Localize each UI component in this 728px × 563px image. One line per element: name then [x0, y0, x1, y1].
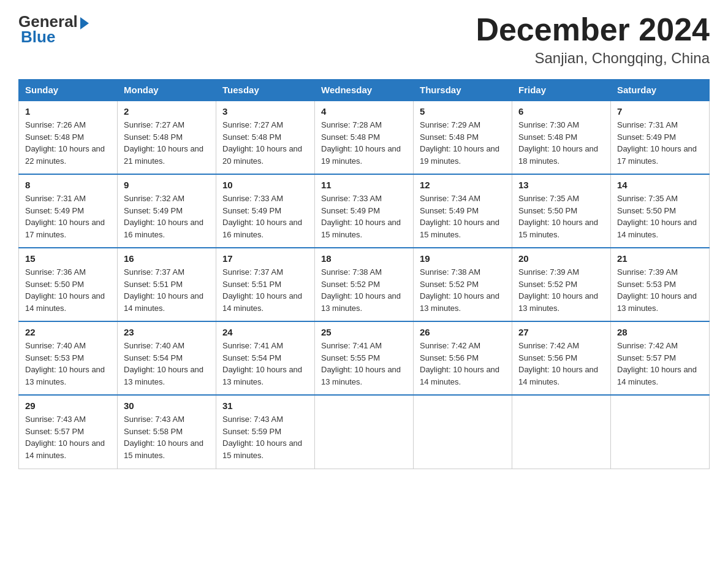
day-number: 28	[617, 327, 703, 337]
calendar-cell: 28 Sunrise: 7:42 AM Sunset: 5:57 PM Dayl…	[611, 321, 710, 395]
calendar-cell: 30 Sunrise: 7:43 AM Sunset: 5:58 PM Dayl…	[118, 395, 216, 469]
day-number: 18	[321, 253, 407, 264]
logo: General Blue	[18, 12, 89, 47]
title-area: December 2024 Sanjian, Chongqing, China	[476, 12, 710, 67]
column-header-monday: Monday	[118, 80, 216, 101]
day-number: 4	[321, 106, 407, 117]
day-number: 16	[124, 253, 210, 264]
day-info: Sunrise: 7:33 AM Sunset: 5:49 PM Dayligh…	[321, 193, 407, 240]
column-header-thursday: Thursday	[414, 80, 512, 101]
day-number: 2	[124, 106, 210, 117]
day-number: 19	[420, 253, 506, 264]
calendar-week-3: 15 Sunrise: 7:36 AM Sunset: 5:50 PM Dayl…	[19, 248, 710, 321]
calendar-cell: 31 Sunrise: 7:43 AM Sunset: 5:59 PM Dayl…	[216, 395, 315, 469]
calendar-cell: 25 Sunrise: 7:41 AM Sunset: 5:55 PM Dayl…	[315, 321, 414, 395]
calendar-cell: 23 Sunrise: 7:40 AM Sunset: 5:54 PM Dayl…	[118, 321, 216, 395]
day-info: Sunrise: 7:36 AM Sunset: 5:50 PM Dayligh…	[25, 266, 111, 314]
calendar-cell	[512, 395, 611, 469]
day-info: Sunrise: 7:37 AM Sunset: 5:51 PM Dayligh…	[124, 266, 210, 314]
day-info: Sunrise: 7:40 AM Sunset: 5:54 PM Dayligh…	[124, 340, 210, 388]
column-header-tuesday: Tuesday	[216, 80, 315, 101]
calendar-cell: 24 Sunrise: 7:41 AM Sunset: 5:54 PM Dayl…	[216, 321, 315, 395]
calendar-week-1: 1 Sunrise: 7:26 AM Sunset: 5:48 PM Dayli…	[19, 101, 710, 174]
day-info: Sunrise: 7:38 AM Sunset: 5:52 PM Dayligh…	[321, 266, 407, 314]
logo-arrow-icon	[80, 17, 89, 29]
day-number: 14	[617, 180, 703, 190]
day-info: Sunrise: 7:27 AM Sunset: 5:48 PM Dayligh…	[222, 119, 308, 167]
column-header-saturday: Saturday	[611, 80, 710, 101]
day-number: 3	[222, 106, 308, 117]
location-title: Sanjian, Chongqing, China	[476, 50, 710, 67]
day-info: Sunrise: 7:31 AM Sunset: 5:49 PM Dayligh…	[25, 193, 111, 240]
calendar-cell: 16 Sunrise: 7:37 AM Sunset: 5:51 PM Dayl…	[118, 248, 216, 321]
day-number: 1	[25, 106, 111, 117]
calendar-cell	[414, 395, 512, 469]
calendar-cell: 2 Sunrise: 7:27 AM Sunset: 5:48 PM Dayli…	[118, 101, 216, 174]
calendar-cell: 6 Sunrise: 7:30 AM Sunset: 5:48 PM Dayli…	[512, 101, 611, 174]
day-number: 6	[518, 106, 604, 117]
day-info: Sunrise: 7:28 AM Sunset: 5:48 PM Dayligh…	[321, 119, 407, 167]
calendar-week-2: 8 Sunrise: 7:31 AM Sunset: 5:49 PM Dayli…	[19, 174, 710, 248]
calendar-header: SundayMondayTuesdayWednesdayThursdayFrid…	[19, 80, 710, 101]
day-info: Sunrise: 7:35 AM Sunset: 5:50 PM Dayligh…	[518, 193, 604, 240]
day-number: 29	[25, 400, 111, 411]
month-title: December 2024	[476, 12, 710, 47]
day-info: Sunrise: 7:42 AM Sunset: 5:56 PM Dayligh…	[518, 340, 604, 388]
calendar-cell: 3 Sunrise: 7:27 AM Sunset: 5:48 PM Dayli…	[216, 101, 315, 174]
calendar-cell	[611, 395, 710, 469]
day-number: 8	[25, 180, 111, 190]
calendar-cell: 17 Sunrise: 7:37 AM Sunset: 5:51 PM Dayl…	[216, 248, 315, 321]
day-number: 25	[321, 327, 407, 337]
day-number: 17	[222, 253, 308, 264]
calendar-cell: 29 Sunrise: 7:43 AM Sunset: 5:57 PM Dayl…	[19, 395, 118, 469]
day-number: 13	[518, 180, 604, 190]
day-number: 24	[222, 327, 308, 337]
column-header-friday: Friday	[512, 80, 611, 101]
calendar-cell: 13 Sunrise: 7:35 AM Sunset: 5:50 PM Dayl…	[512, 174, 611, 248]
calendar-cell: 4 Sunrise: 7:28 AM Sunset: 5:48 PM Dayli…	[315, 101, 414, 174]
calendar-cell	[315, 395, 414, 469]
day-number: 12	[420, 180, 506, 190]
calendar-week-4: 22 Sunrise: 7:40 AM Sunset: 5:53 PM Dayl…	[19, 321, 710, 395]
day-number: 30	[124, 400, 210, 411]
calendar-cell: 18 Sunrise: 7:38 AM Sunset: 5:52 PM Dayl…	[315, 248, 414, 321]
day-info: Sunrise: 7:43 AM Sunset: 5:57 PM Dayligh…	[25, 413, 111, 461]
calendar-cell: 9 Sunrise: 7:32 AM Sunset: 5:49 PM Dayli…	[118, 174, 216, 248]
calendar-body: 1 Sunrise: 7:26 AM Sunset: 5:48 PM Dayli…	[19, 101, 710, 469]
day-info: Sunrise: 7:42 AM Sunset: 5:56 PM Dayligh…	[420, 340, 506, 388]
day-info: Sunrise: 7:43 AM Sunset: 5:58 PM Dayligh…	[124, 413, 210, 461]
day-number: 26	[420, 327, 506, 337]
calendar-cell: 19 Sunrise: 7:38 AM Sunset: 5:52 PM Dayl…	[414, 248, 512, 321]
calendar-cell: 7 Sunrise: 7:31 AM Sunset: 5:49 PM Dayli…	[611, 101, 710, 174]
logo-blue-text: Blue	[21, 28, 55, 47]
page-header: General Blue December 2024 Sanjian, Chon…	[18, 12, 710, 67]
calendar-cell: 5 Sunrise: 7:29 AM Sunset: 5:48 PM Dayli…	[414, 101, 512, 174]
calendar-cell: 11 Sunrise: 7:33 AM Sunset: 5:49 PM Dayl…	[315, 174, 414, 248]
calendar-cell: 8 Sunrise: 7:31 AM Sunset: 5:49 PM Dayli…	[19, 174, 118, 248]
day-info: Sunrise: 7:39 AM Sunset: 5:52 PM Dayligh…	[518, 266, 604, 314]
calendar-week-5: 29 Sunrise: 7:43 AM Sunset: 5:57 PM Dayl…	[19, 395, 710, 469]
calendar-cell: 15 Sunrise: 7:36 AM Sunset: 5:50 PM Dayl…	[19, 248, 118, 321]
day-info: Sunrise: 7:41 AM Sunset: 5:54 PM Dayligh…	[222, 340, 308, 388]
day-info: Sunrise: 7:29 AM Sunset: 5:48 PM Dayligh…	[420, 119, 506, 167]
calendar-cell: 21 Sunrise: 7:39 AM Sunset: 5:53 PM Dayl…	[611, 248, 710, 321]
day-info: Sunrise: 7:38 AM Sunset: 5:52 PM Dayligh…	[420, 266, 506, 314]
calendar-cell: 1 Sunrise: 7:26 AM Sunset: 5:48 PM Dayli…	[19, 101, 118, 174]
day-info: Sunrise: 7:27 AM Sunset: 5:48 PM Dayligh…	[124, 119, 210, 167]
day-info: Sunrise: 7:40 AM Sunset: 5:53 PM Dayligh…	[25, 340, 111, 388]
day-info: Sunrise: 7:30 AM Sunset: 5:48 PM Dayligh…	[518, 119, 604, 167]
column-header-sunday: Sunday	[19, 80, 118, 101]
header-row: SundayMondayTuesdayWednesdayThursdayFrid…	[19, 80, 710, 101]
day-info: Sunrise: 7:35 AM Sunset: 5:50 PM Dayligh…	[617, 193, 703, 240]
day-number: 5	[420, 106, 506, 117]
day-info: Sunrise: 7:34 AM Sunset: 5:49 PM Dayligh…	[420, 193, 506, 240]
calendar-cell: 14 Sunrise: 7:35 AM Sunset: 5:50 PM Dayl…	[611, 174, 710, 248]
day-info: Sunrise: 7:41 AM Sunset: 5:55 PM Dayligh…	[321, 340, 407, 388]
day-number: 7	[617, 106, 703, 117]
day-info: Sunrise: 7:26 AM Sunset: 5:48 PM Dayligh…	[25, 119, 111, 167]
day-number: 22	[25, 327, 111, 337]
calendar-cell: 22 Sunrise: 7:40 AM Sunset: 5:53 PM Dayl…	[19, 321, 118, 395]
day-number: 31	[222, 400, 308, 411]
day-number: 27	[518, 327, 604, 337]
day-info: Sunrise: 7:39 AM Sunset: 5:53 PM Dayligh…	[617, 266, 703, 314]
